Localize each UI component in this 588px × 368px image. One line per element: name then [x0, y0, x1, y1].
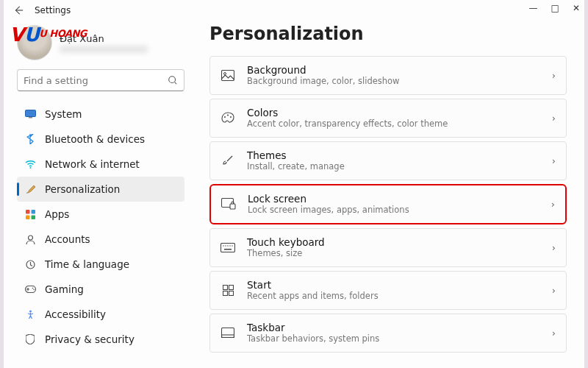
profile[interactable]: VUU HOANG Đạt Xuân [17, 25, 184, 60]
clock-icon [24, 260, 36, 269]
svg-point-26 [232, 245, 232, 246]
sidebar-item-apps[interactable]: Apps [17, 202, 184, 227]
avatar [17, 25, 52, 60]
svg-point-13 [29, 310, 32, 312]
apps-icon [24, 210, 36, 219]
card-background[interactable]: BackgroundBackground image, color, slide… [209, 56, 567, 95]
email-blurred [60, 46, 148, 53]
svg-point-8 [28, 236, 32, 240]
sidebar-item-accounts[interactable]: Accounts [17, 227, 184, 252]
back-button[interactable] [10, 1, 27, 19]
svg-point-22 [223, 245, 223, 246]
palette-icon [220, 112, 235, 124]
svg-rect-29 [229, 285, 233, 289]
page-title: Personalization [209, 24, 567, 44]
svg-rect-33 [222, 335, 234, 338]
close-button[interactable]: ✕ [573, 3, 580, 13]
svg-point-23 [225, 245, 226, 246]
svg-rect-32 [222, 328, 234, 338]
taskbar-icon [220, 328, 235, 338]
svg-rect-14 [222, 70, 234, 80]
svg-point-24 [227, 245, 228, 246]
card-touch-keyboard[interactable]: Touch keyboardThemes, size › [209, 228, 567, 267]
titlebar: Settings — □ ✕ [4, 0, 584, 21]
svg-point-0 [169, 77, 176, 83]
chevron-right-icon: › [552, 113, 556, 124]
sidebar: VUU HOANG Đạt Xuân System Bluetooth & de… [4, 21, 195, 368]
window-controls: — □ ✕ [529, 3, 580, 13]
bluetooth-icon [24, 134, 36, 144]
cards-container: BackgroundBackground image, color, slide… [209, 56, 567, 353]
sidebar-item-network[interactable]: Network & internet [17, 152, 184, 177]
card-lock-screen[interactable]: Lock screenLock screen images, apps, ani… [209, 184, 567, 224]
chevron-right-icon: › [552, 328, 556, 339]
svg-rect-30 [223, 291, 227, 295]
svg-rect-1 [25, 110, 35, 117]
svg-point-16 [224, 116, 226, 118]
layout: VUU HOANG Đạt Xuân System Bluetooth & de… [4, 21, 584, 368]
main: Personalization BackgroundBackground ima… [195, 21, 584, 368]
keyboard-icon [220, 243, 235, 252]
chevron-right-icon: › [551, 199, 555, 210]
username: Đạt Xuân [60, 33, 148, 44]
accounts-icon [24, 235, 36, 244]
arrow-left-icon [13, 5, 24, 15]
svg-rect-21 [221, 243, 235, 252]
sidebar-item-personalization[interactable]: Personalization [17, 177, 184, 202]
chevron-right-icon: › [552, 155, 556, 166]
sidebar-item-gaming[interactable]: Gaming [17, 277, 184, 302]
sidebar-item-privacy[interactable]: Privacy & security [17, 327, 184, 352]
accessibility-icon [24, 310, 36, 319]
svg-rect-6 [26, 215, 30, 219]
card-start[interactable]: StartRecent apps and items, folders › [209, 271, 567, 310]
svg-point-12 [33, 289, 35, 291]
sidebar-item-system[interactable]: System [17, 102, 184, 127]
card-themes[interactable]: ThemesInstall, create, manage › [209, 141, 567, 180]
svg-rect-28 [223, 285, 227, 289]
svg-point-25 [229, 245, 230, 246]
window-title: Settings [35, 5, 71, 15]
chevron-right-icon: › [552, 285, 556, 296]
svg-rect-27 [224, 249, 232, 250]
sidebar-item-time[interactable]: Time & language [17, 252, 184, 277]
svg-rect-5 [31, 210, 35, 214]
nav: System Bluetooth & devices Network & int… [17, 102, 184, 352]
svg-rect-4 [26, 210, 30, 214]
brush-icon [220, 155, 235, 166]
svg-point-18 [230, 116, 232, 118]
gaming-icon [24, 286, 36, 293]
settings-window: Settings — □ ✕ VUU HOANG Đạt Xuân [4, 0, 584, 368]
search-input[interactable] [24, 75, 168, 86]
svg-rect-20 [230, 204, 235, 209]
shield-icon [24, 334, 36, 344]
search-box[interactable] [17, 69, 184, 91]
svg-point-11 [32, 288, 33, 289]
chevron-right-icon: › [552, 242, 556, 253]
chevron-right-icon: › [552, 70, 556, 81]
image-icon [220, 70, 235, 81]
svg-point-3 [29, 167, 31, 169]
sidebar-item-accessibility[interactable]: Accessibility [17, 302, 184, 327]
sidebar-item-bluetooth[interactable]: Bluetooth & devices [17, 127, 184, 152]
system-icon [24, 110, 36, 118]
card-taskbar[interactable]: TaskbarTaskbar behaviors, system pins › [209, 314, 567, 353]
svg-rect-31 [229, 291, 233, 295]
svg-rect-2 [29, 117, 32, 118]
paintbrush-icon [24, 184, 36, 194]
card-colors[interactable]: ColorsAccent color, transparency effects… [209, 99, 567, 138]
search-icon [168, 75, 178, 85]
svg-rect-7 [31, 215, 35, 219]
wifi-icon [24, 160, 36, 169]
minimize-button[interactable]: — [529, 3, 538, 13]
maximize-button[interactable]: □ [551, 3, 559, 13]
svg-point-15 [224, 72, 226, 74]
lock-screen-icon [221, 198, 236, 210]
svg-point-17 [227, 115, 229, 116]
start-icon [220, 285, 235, 296]
